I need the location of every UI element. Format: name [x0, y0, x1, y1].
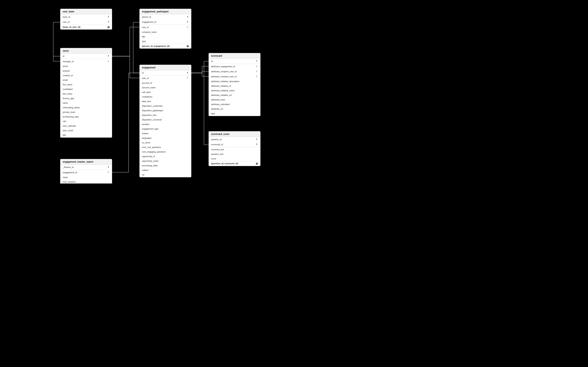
table-engagement_tracker_match[interactable]: engagement_tracker_match_fivetran_idenga… [60, 159, 112, 184]
column: primary_team [61, 110, 112, 115]
column-name: attributes_engagement_id [211, 65, 254, 68]
column: id [140, 70, 191, 75]
column: user_id [61, 19, 112, 25]
column: disposition_gatekeeper [140, 108, 191, 113]
column: attributes_reviewer_user_id [209, 74, 260, 79]
column-name: engagement_id [63, 171, 106, 174]
column-name: onboarding_status [63, 106, 110, 109]
column-name: engagement_id [142, 21, 185, 23]
column-name: engagement_type [142, 128, 189, 130]
column: autojoin [61, 69, 112, 73]
column: name [61, 101, 112, 105]
composite-key: (person_id, engagement_id)i [140, 44, 191, 48]
column-name: account_name [142, 86, 189, 89]
column: call_state [140, 90, 191, 94]
column-name: created_on [63, 74, 110, 77]
column-name: provisioning_type [63, 116, 110, 118]
column-name: disposition_gatekeeper [142, 109, 189, 112]
column-name: company_name [142, 31, 189, 33]
column: languages [140, 136, 191, 140]
column: disposition_tree [140, 113, 191, 117]
column-name: person_id [142, 16, 185, 18]
column-name: name [63, 102, 110, 104]
column: id [61, 54, 112, 59]
column: opportunity_name [140, 159, 191, 163]
table-engagement_participant[interactable]: engagement_participantperson_idengagemen… [139, 9, 191, 49]
diagram-canvas: user_teamteam_iduser_id(team_id, user_id… [0, 0, 294, 184]
column-name: name [63, 176, 110, 178]
column: account_id [140, 81, 191, 85]
foreign-key-icon [107, 171, 110, 174]
table-engagement[interactable]: engagementiduser_idaccount_idaccount_nam… [139, 65, 191, 177]
primary-key-icon [107, 16, 110, 18]
column-name: attributes_url [211, 108, 258, 110]
column-name: type [142, 40, 189, 42]
column-name: attributes_initiative_description [211, 80, 258, 83]
column: attributes_initiative_url [209, 93, 260, 98]
column-name: id [142, 72, 185, 74]
column-name: num_cust_questions [142, 146, 189, 148]
column-name: attributes_submitted [211, 103, 258, 106]
column: duration [140, 122, 191, 127]
table-scorecard[interactable]: scorecardidattributes_engagement_idattri… [208, 53, 260, 116]
composite-key: (team_id, user_id)i [61, 25, 112, 29]
column-name: question_id [211, 138, 254, 141]
primary-key-icon [187, 21, 189, 23]
column: opportunity_id [140, 154, 191, 159]
column-name: manager_id [63, 60, 106, 63]
column: attributes_url [209, 107, 260, 111]
column-name: no_show [142, 142, 189, 144]
column: title [140, 34, 191, 39]
column: user_id [140, 25, 191, 30]
column-name: last_name [63, 93, 110, 95]
column-name: attributes_recipient_user_id [211, 70, 254, 73]
column-name: scorecard_id [211, 143, 254, 146]
column-name: user_id [63, 21, 106, 23]
column: comment_text [209, 147, 260, 152]
column: onboarding_status [61, 105, 112, 110]
table-scorecard_score[interactable]: scorecard_scorequestion_idscorecard_idco… [208, 131, 260, 166]
column-name: opportunity_name [142, 160, 189, 162]
primary-key-icon [187, 72, 189, 74]
column-name: processing_state [142, 165, 189, 167]
column-name: opportunity_id [142, 155, 189, 158]
info-icon: i [187, 45, 189, 47]
column-name: type [211, 112, 258, 115]
column: manager_id [61, 59, 112, 64]
column-name: languages [142, 137, 189, 139]
column-name: title [63, 134, 110, 136]
table-header: scorecard_score [209, 131, 260, 137]
column: num_engaging_questions [140, 150, 191, 154]
column: question_id [209, 137, 260, 142]
info-icon: i [256, 163, 258, 165]
column-name: user_id [142, 77, 185, 79]
column-name: autojoin [63, 70, 110, 72]
column-name: disposition_voicemail [142, 119, 189, 121]
column: scorecard_id [209, 142, 260, 147]
column: sync_calendar [61, 124, 112, 128]
table-users[interactable]: usersidmanager_idactiveautojoincreated_o… [60, 48, 112, 138]
column-name: license_type [63, 97, 110, 100]
column: attributes_seen [209, 98, 260, 102]
composite-key-label: (person_id, engagement_id) [142, 45, 186, 47]
table-header: engagement_participant [140, 9, 191, 15]
column-name: sync_email [63, 129, 110, 132]
column: first_name [61, 82, 112, 87]
column-name: attributes_initiative_url [211, 94, 258, 96]
column-name: date_time [142, 100, 189, 102]
primary-key-icon [107, 21, 110, 23]
foreign-key-icon [256, 75, 258, 78]
column-name: url [142, 174, 189, 176]
column-name: team_id [63, 16, 106, 18]
column-name: attributes_seen [211, 99, 258, 101]
column-name: subject [142, 169, 189, 171]
column-name: attributes_reviewer_user_id [211, 75, 254, 78]
column: last_name [61, 92, 112, 96]
table-header: users [61, 48, 112, 54]
column-name: first_name [63, 83, 110, 86]
table-user_team[interactable]: user_teamteam_iduser_id(team_id, user_id… [60, 9, 112, 30]
column: user_id [140, 75, 191, 81]
column-name: call_state [142, 91, 189, 93]
column-name: initiator [142, 132, 189, 135]
column: attributes_initiative_id [209, 84, 260, 88]
